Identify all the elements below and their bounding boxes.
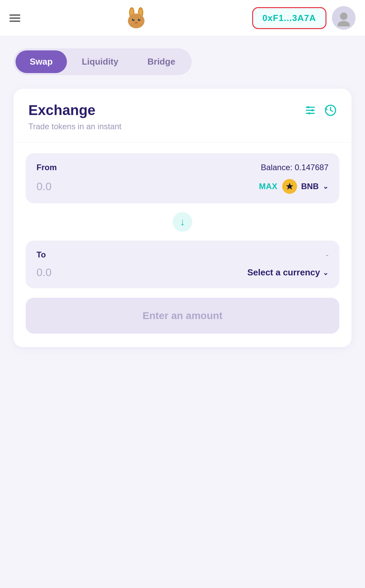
from-label: From bbox=[36, 163, 57, 172]
tab-swap[interactable]: Swap bbox=[16, 50, 67, 73]
to-amount[interactable]: 0.0 bbox=[36, 266, 51, 279]
exchange-header: Exchange Trade tokens in an instant bbox=[14, 89, 351, 142]
main-navigation: Swap Liquidity Bridge bbox=[0, 36, 365, 82]
hamburger-menu[interactable] bbox=[9, 15, 20, 22]
bnb-chevron-icon: ⌄ bbox=[323, 182, 328, 190]
to-token-box: To - 0.0 Select a currency ⌄ bbox=[26, 241, 339, 288]
exchange-subtitle: Trade tokens in an instant bbox=[28, 122, 121, 131]
select-currency-label: Select a currency bbox=[247, 267, 320, 278]
swap-arrow-container: ↓ bbox=[26, 211, 339, 233]
swap-body: From Balance: 0.147687 0.0 MAX bbox=[14, 142, 351, 347]
from-token-box: From Balance: 0.147687 0.0 MAX bbox=[26, 153, 339, 203]
exchange-action-icons bbox=[304, 104, 337, 116]
svg-marker-21 bbox=[286, 183, 293, 189]
logo-container[interactable] bbox=[124, 6, 148, 30]
tab-bridge[interactable]: Bridge bbox=[133, 50, 189, 73]
to-balance-placeholder: - bbox=[326, 250, 328, 259]
svg-point-12 bbox=[340, 13, 347, 20]
from-token-right: MAX BNB ⌄ bbox=[259, 179, 328, 194]
history-button[interactable] bbox=[324, 104, 337, 116]
settings-button[interactable] bbox=[304, 104, 316, 116]
svg-point-18 bbox=[311, 109, 313, 111]
svg-point-17 bbox=[307, 106, 309, 108]
tab-group: Swap Liquidity Bridge bbox=[14, 48, 192, 75]
currency-chevron-icon: ⌄ bbox=[323, 269, 328, 277]
app-header: 0xF1...3A7A bbox=[0, 0, 365, 36]
from-amount[interactable]: 0.0 bbox=[36, 180, 51, 193]
wallet-address-button[interactable]: 0xF1...3A7A bbox=[252, 7, 326, 29]
exchange-title: Exchange bbox=[28, 102, 121, 118]
svg-point-13 bbox=[338, 21, 350, 26]
enter-amount-button[interactable]: Enter an amount bbox=[26, 298, 339, 334]
exchange-title-group: Exchange Trade tokens in an instant bbox=[28, 102, 121, 131]
svg-point-19 bbox=[308, 112, 310, 114]
svg-point-8 bbox=[139, 19, 140, 20]
max-button[interactable]: MAX bbox=[259, 182, 277, 191]
pancakeswap-logo bbox=[124, 6, 148, 30]
from-balance: Balance: 0.147687 bbox=[261, 163, 328, 172]
exchange-card: Exchange Trade tokens in an instant bbox=[14, 89, 351, 347]
header-right: 0xF1...3A7A bbox=[252, 6, 356, 30]
to-label: To bbox=[36, 250, 46, 259]
svg-point-9 bbox=[135, 22, 138, 23]
user-avatar[interactable] bbox=[332, 6, 356, 30]
select-currency-button[interactable]: Select a currency ⌄ bbox=[247, 267, 328, 278]
bnb-label: BNB bbox=[301, 182, 319, 191]
svg-point-7 bbox=[133, 19, 134, 20]
tab-liquidity[interactable]: Liquidity bbox=[68, 50, 132, 73]
avatar-icon bbox=[335, 9, 352, 26]
svg-point-10 bbox=[130, 21, 133, 23]
bnb-icon bbox=[282, 179, 297, 194]
arrow-down-icon: ↓ bbox=[180, 216, 185, 228]
main-content: Exchange Trade tokens in an instant bbox=[0, 82, 365, 354]
swap-direction-button[interactable]: ↓ bbox=[171, 211, 194, 233]
svg-point-4 bbox=[128, 14, 144, 28]
svg-point-11 bbox=[140, 21, 143, 23]
token-selector-bnb[interactable]: BNB ⌄ bbox=[282, 179, 328, 194]
